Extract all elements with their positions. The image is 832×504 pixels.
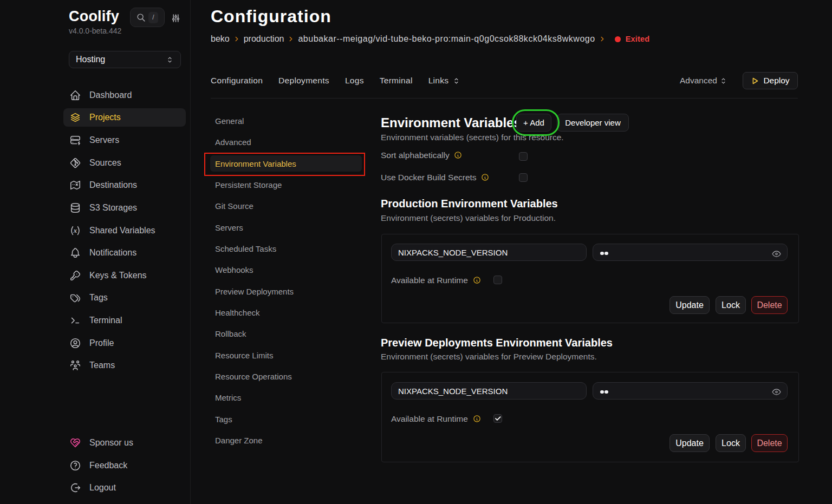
svg-text:x: x — [73, 227, 77, 234]
